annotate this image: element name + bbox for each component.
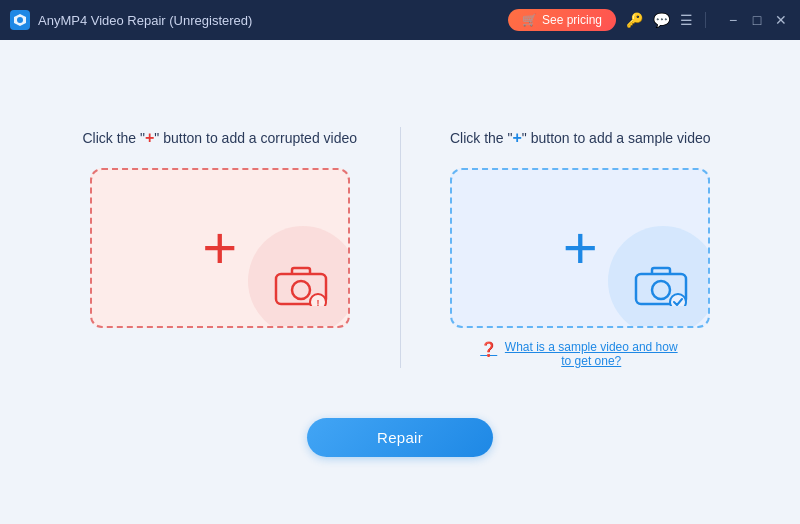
sample-plus-marker: +: [513, 129, 522, 146]
corrupted-drop-zone-inner: + !: [92, 170, 348, 326]
titlebar: AnyMP4 Video Repair (Unregistered) 🛒 See…: [0, 0, 800, 40]
titlebar-icons: 🔑 💬 ☰: [626, 12, 693, 28]
app-icon: [10, 10, 30, 30]
svg-text:!: !: [316, 298, 319, 306]
help-icon: ❓: [480, 341, 497, 357]
sample-video-panel: Click the "+" button to add a sample vid…: [401, 107, 761, 387]
window-controls: − □ ✕: [724, 12, 790, 28]
titlebar-separator: [705, 12, 706, 28]
minimize-button[interactable]: −: [724, 12, 742, 28]
menu-icon[interactable]: ☰: [680, 12, 693, 28]
chat-icon[interactable]: 💬: [653, 12, 670, 28]
sample-panel-title: Click the "+" button to add a sample vid…: [450, 127, 711, 149]
corrupted-drop-zone[interactable]: + !: [90, 168, 350, 328]
corrupted-video-panel: Click the "+" button to add a corrupted …: [40, 107, 400, 347]
corrupted-camera-icon: !: [274, 264, 328, 310]
close-button[interactable]: ✕: [772, 12, 790, 28]
corrupted-plus-icon: +: [202, 218, 237, 278]
main-content: Click the "+" button to add a corrupted …: [0, 40, 800, 524]
corrupted-panel-title: Click the "+" button to add a corrupted …: [82, 127, 357, 149]
sample-camera-icon: [634, 264, 688, 310]
sample-drop-zone[interactable]: +: [450, 168, 710, 328]
titlebar-left: AnyMP4 Video Repair (Unregistered): [10, 10, 252, 30]
repair-button-row: Repair: [307, 418, 493, 457]
svg-point-3: [292, 281, 310, 299]
panels-row: Click the "+" button to add a corrupted …: [40, 107, 760, 387]
cart-icon: 🛒: [522, 13, 537, 27]
svg-point-7: [652, 281, 670, 299]
maximize-button[interactable]: □: [748, 12, 766, 28]
help-link[interactable]: ❓ What is a sample video and how to get …: [480, 340, 680, 368]
svg-point-1: [17, 17, 23, 23]
sample-drop-zone-inner: +: [452, 170, 708, 326]
titlebar-right: 🛒 See pricing 🔑 💬 ☰ − □ ✕: [508, 9, 790, 31]
see-pricing-button[interactable]: 🛒 See pricing: [508, 9, 616, 31]
sample-plus-icon: +: [563, 218, 598, 278]
repair-button[interactable]: Repair: [307, 418, 493, 457]
app-title: AnyMP4 Video Repair (Unregistered): [38, 13, 252, 28]
key-icon[interactable]: 🔑: [626, 12, 643, 28]
corrupted-plus-marker: +: [145, 129, 154, 146]
